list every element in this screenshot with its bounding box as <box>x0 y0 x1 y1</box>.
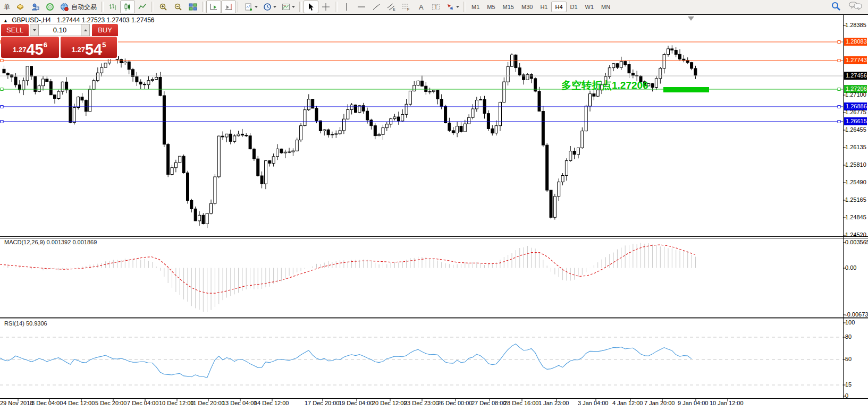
timeframe-w1[interactable]: W1 <box>582 2 598 12</box>
buy-label: BUY <box>98 26 112 34</box>
text-label-tool-icon[interactable]: T <box>428 1 443 13</box>
timeframe-m1[interactable]: M1 <box>468 2 483 12</box>
search-icon[interactable] <box>831 1 841 12</box>
rsi-tick-50: 50 <box>845 356 852 362</box>
templates-button[interactable] <box>279 1 298 13</box>
time-label: 23 Dec 23:00 <box>404 400 439 406</box>
annotation-text[interactable]: 多空转折点1.27206 <box>561 79 648 92</box>
volume-input[interactable]: 0.10 <box>39 24 81 36</box>
sell-button[interactable]: SELL <box>1 24 29 36</box>
line-anchor[interactable] <box>1 106 3 108</box>
deposit-icon[interactable] <box>13 1 28 13</box>
time-label: 3 Dec 04:00 <box>31 400 63 406</box>
chart-shift-icon[interactable] <box>221 1 236 13</box>
sell-price-prefix: 1.27 <box>13 46 26 54</box>
timeframe-d1[interactable]: D1 <box>567 2 582 12</box>
bar-chart-type-icon[interactable] <box>105 1 120 13</box>
highlight-bar[interactable] <box>663 87 709 92</box>
candles <box>3 45 697 228</box>
candlestick-chart-canvas[interactable] <box>0 0 868 411</box>
separator <box>151 2 154 12</box>
timeframe-h4[interactable]: H4 <box>551 2 566 12</box>
price-tick-1.25810: 1.25810 <box>845 161 866 168</box>
macd-tick-0.00: 0.00 <box>845 264 856 271</box>
one-click-trading-panel: SELL 0.10 BUY 1.27 45 6 1.27 54 5 <box>1 24 118 59</box>
profile-icon[interactable] <box>28 1 43 13</box>
periods-button[interactable] <box>260 1 279 13</box>
trendline-tool-icon[interactable] <box>369 1 384 13</box>
indicators-button[interactable] <box>242 1 260 13</box>
price-badge-1.27456: 1.27456 <box>844 72 867 80</box>
time-label: 20 Dec 12:00 <box>372 400 407 406</box>
line-anchor[interactable] <box>838 59 840 62</box>
line-anchor[interactable] <box>1 88 3 91</box>
rsi-tick-15: 15 <box>845 381 852 388</box>
volume-decrease-button[interactable] <box>30 24 39 36</box>
time-label: 10 Dec 12:00 <box>159 400 193 406</box>
timeframe-m30[interactable]: M30 <box>518 2 536 12</box>
zoom-in-icon[interactable] <box>156 1 171 13</box>
price-tick-1.26455: 1.26455 <box>845 126 866 133</box>
rsi-tick-0: 0 <box>845 392 848 399</box>
line-chart-type-icon[interactable] <box>135 1 150 13</box>
cursor-tool-icon[interactable] <box>304 1 318 13</box>
price-tick-1.25490: 1.25490 <box>845 179 866 185</box>
separator <box>202 2 205 12</box>
sell-price-button[interactable]: 1.27 45 6 <box>1 37 59 58</box>
line-anchor[interactable] <box>838 41 840 44</box>
time-label: 5 Dec 20:00 <box>95 400 127 406</box>
macd-tick-0.003565: 0.003565 <box>845 239 868 245</box>
line-anchor[interactable] <box>838 121 840 123</box>
auto-scroll-icon[interactable] <box>206 1 221 13</box>
symbol-period: GBPUSD-,H4 <box>12 16 50 24</box>
ohlc-values: 1.27444 1.27523 1.27403 1.27456 <box>57 16 155 24</box>
price-badge-1.26615: 1.26615 <box>844 117 867 125</box>
time-label: 4 Dec 12:00 <box>63 400 95 406</box>
sell-price-big: 45 <box>26 43 43 56</box>
vertical-line-tool-icon[interactable] <box>339 1 354 13</box>
price-tick-1.24845: 1.24845 <box>845 214 866 220</box>
volume-increase-button[interactable] <box>81 24 90 36</box>
time-label: 17 Dec 20:00 <box>305 400 339 406</box>
candlestick-chart-type-icon[interactable] <box>120 1 135 13</box>
price-tick-1.26775: 1.26775 <box>845 109 866 115</box>
chat-icon[interactable] <box>849 1 863 12</box>
timeframe-h1[interactable]: H1 <box>536 2 551 12</box>
market-watch-icon[interactable] <box>43 1 57 13</box>
price-badge-1.27743: 1.27743 <box>844 56 867 64</box>
time-label: 4 Jan 12:00 <box>612 400 643 406</box>
line-anchor[interactable] <box>838 88 840 91</box>
label-glyph: T <box>434 4 437 10</box>
arrows-tool-icon[interactable] <box>443 1 462 13</box>
buy-price-sup: 5 <box>102 41 106 49</box>
shift-marker-icon[interactable] <box>688 16 694 21</box>
dropdown-caret <box>273 6 276 8</box>
zoom-out-icon[interactable] <box>171 1 186 13</box>
buy-price-button[interactable]: 1.27 54 5 <box>61 37 117 58</box>
channel-glyph: E <box>393 7 395 11</box>
new-order-button[interactable]: 单 <box>1 1 13 13</box>
timeframe-m5[interactable]: M5 <box>483 2 499 12</box>
line-anchor[interactable] <box>838 106 840 108</box>
buy-price-big: 54 <box>85 43 102 56</box>
equidistant-channel-tool-icon[interactable]: E <box>384 1 399 13</box>
price-tick-1.24520: 1.24520 <box>845 232 866 238</box>
tile-windows-icon[interactable] <box>186 1 200 13</box>
horizontal-line-tool-icon[interactable] <box>354 1 369 13</box>
timeframe-m15[interactable]: M15 <box>499 2 518 12</box>
separator <box>464 2 466 12</box>
text-tool-icon[interactable]: A <box>414 1 428 13</box>
collapse-panel-icon[interactable]: ▲ <box>3 18 8 23</box>
fibonacci-tool-icon[interactable]: F <box>399 1 414 13</box>
line-anchor[interactable] <box>1 59 3 62</box>
crosshair-tool-icon[interactable] <box>318 1 333 13</box>
buy-button[interactable]: BUY <box>92 24 118 36</box>
time-label: 14 Dec 12:00 <box>254 400 289 406</box>
separator <box>101 2 104 12</box>
autotrade-button[interactable]: 自动交易 <box>57 1 99 13</box>
timeframe-mn[interactable]: MN <box>597 2 614 12</box>
axis-labels-layer: 1.280831.277431.274561.272061.268861.266… <box>0 0 868 411</box>
time-label: 13 Dec 04:00 <box>222 400 257 406</box>
line-anchor[interactable] <box>1 121 3 123</box>
price-badge-1.26886: 1.26886 <box>844 102 867 110</box>
